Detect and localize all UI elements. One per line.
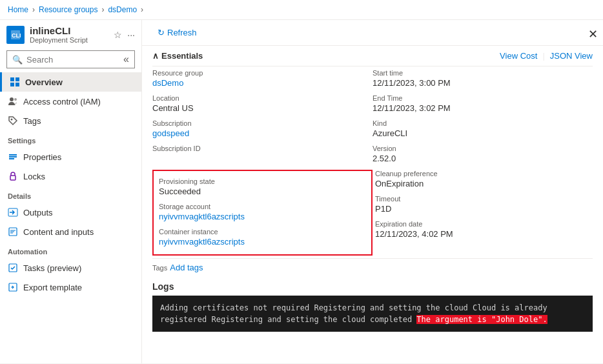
svg-rect-2 xyxy=(10,77,14,81)
essentials-storage-account: Storage account nyivvmvagktl6azscripts xyxy=(159,200,366,225)
logs-title: Logs xyxy=(152,276,593,296)
tasks-icon xyxy=(8,263,18,273)
sidebar-item-tasks[interactable]: Tasks (preview) xyxy=(0,258,141,278)
svg-rect-5 xyxy=(15,83,19,86)
view-cost-link[interactable]: View Cost xyxy=(500,51,537,61)
essentials-end-time: End Time 12/11/2023, 3:02 PM xyxy=(373,92,593,117)
breadcrumb: Home › Resource groups › dsDemo › xyxy=(0,0,603,20)
sidebar-item-access-label: Access control (IAM) xyxy=(23,97,101,106)
essentials-start-time: Start time 12/11/2023, 3:00 PM xyxy=(373,66,593,92)
subscription-link[interactable]: godspeed xyxy=(152,128,189,138)
essentials-storage-value: nyivvmvagktl6azscripts xyxy=(159,212,366,221)
sidebar-item-access-control[interactable]: Access control (IAM) xyxy=(0,92,141,111)
essentials-location: Location Central US xyxy=(152,92,373,117)
collapse-essentials-icon[interactable]: ∧ xyxy=(152,51,159,61)
content-icon xyxy=(8,227,18,237)
sidebar-search-container: 🔍 « xyxy=(0,46,141,72)
more-options-button[interactable]: ··· xyxy=(127,30,135,40)
resource-group-link[interactable]: dsDemo xyxy=(152,78,183,88)
main-content: ✕ ↻ Refresh ∧ Essentials View Cost | JSO… xyxy=(142,20,603,363)
search-icon: 🔍 xyxy=(12,55,23,65)
deployment-script-icon: CLI xyxy=(10,29,21,41)
essentials-version-value: 2.52.0 xyxy=(373,154,593,163)
essentials-version: Version 2.52.0 xyxy=(373,142,593,167)
essentials-expiration-label: Expiration date xyxy=(375,220,593,228)
essentials-storage-label: Storage account xyxy=(159,203,366,210)
sidebar-item-properties[interactable]: Properties xyxy=(0,147,141,167)
logs-section: Logs Adding certificates not required Re… xyxy=(142,276,603,342)
essentials-version-label: Version xyxy=(373,145,593,152)
essentials-start-time-label: Start time xyxy=(373,69,593,77)
refresh-label: Refresh xyxy=(167,28,197,37)
add-tags-link[interactable]: Add tags xyxy=(170,263,203,272)
logs-highlighted-text: The argument is "John Dole". xyxy=(416,315,547,324)
tags-row: Tags Add tags xyxy=(152,258,593,276)
essentials-container-instance: Container instance nyivvmvagktl6azscript… xyxy=(159,225,366,250)
svg-rect-10 xyxy=(9,156,17,157)
sidebar-item-tags[interactable]: Tags xyxy=(0,111,141,130)
sidebar-item-overview[interactable]: Overview xyxy=(0,72,141,92)
close-button[interactable]: ✕ xyxy=(588,27,598,41)
sidebar-item-overview-label: Overview xyxy=(25,77,63,87)
svg-point-6 xyxy=(10,97,14,101)
sidebar-item-outputs-label: Outputs xyxy=(23,208,53,217)
json-view-link[interactable]: JSON View xyxy=(550,51,593,61)
breadcrumb-home[interactable]: Home xyxy=(8,5,28,14)
essentials-kind-label: Kind xyxy=(373,119,593,127)
collapse-button[interactable]: « xyxy=(123,54,129,65)
essentials-location-label: Location xyxy=(152,94,373,102)
people-icon xyxy=(8,96,18,106)
lock-icon xyxy=(8,171,18,181)
logs-content: Adding certificates not required Registe… xyxy=(152,296,593,332)
essentials-cleanup-label: Cleanup preference xyxy=(375,170,593,177)
essentials-timeout-value: P1D xyxy=(375,204,593,214)
resource-title: inlineCLI xyxy=(30,25,108,36)
breadcrumb-resource-groups[interactable]: Resource groups xyxy=(39,5,97,14)
essentials-subscription-label: Subscription xyxy=(152,119,373,127)
resource-subtitle: Deployment Script xyxy=(30,36,108,44)
essentials-end-time-value: 12/11/2023, 3:02 PM xyxy=(373,103,593,113)
breadcrumb-sep-3: › xyxy=(141,5,143,14)
essentials-section: ∧ Essentials View Cost | JSON View Resou… xyxy=(142,46,603,276)
refresh-button[interactable]: ↻ Refresh xyxy=(152,25,202,40)
automation-section-header: Automation xyxy=(0,241,141,258)
sidebar: CLI inlineCLI Deployment Script ☆ ··· 🔍 … xyxy=(0,20,142,363)
search-input[interactable] xyxy=(26,55,117,65)
svg-rect-9 xyxy=(9,154,17,156)
sidebar-item-properties-label: Properties xyxy=(23,152,61,162)
essentials-expiration-value: 12/11/2023, 4:02 PM xyxy=(375,229,593,239)
storage-account-link[interactable]: nyivvmvagktl6azscripts xyxy=(159,212,245,221)
essentials-left: Resource group dsDemo Location Central U… xyxy=(152,66,373,167)
details-section-header: Details xyxy=(0,186,141,203)
essentials-subscription: Subscription godspeed xyxy=(152,117,373,142)
essentials-subscription-id-label: Subscription ID xyxy=(152,145,373,152)
container-instance-link[interactable]: nyivvmvagktl6azscripts xyxy=(159,237,245,247)
sidebar-item-export[interactable]: Export template xyxy=(0,278,141,297)
settings-section-header: Settings xyxy=(0,130,141,147)
svg-rect-3 xyxy=(15,77,19,81)
essentials-kind-value: AzureCLI xyxy=(373,128,593,138)
tags-label: Tags xyxy=(152,264,167,272)
sidebar-item-outputs[interactable]: Outputs xyxy=(0,203,141,222)
svg-point-7 xyxy=(14,98,17,101)
essentials-timeout-label: Timeout xyxy=(375,195,593,203)
essentials-sep: | xyxy=(542,51,544,61)
breadcrumb-sep-2: › xyxy=(101,5,104,14)
sidebar-item-content-inputs[interactable]: Content and inputs xyxy=(0,222,141,241)
essentials-start-time-value: 12/11/2023, 3:00 PM xyxy=(373,78,593,88)
breadcrumb-dsdemo[interactable]: dsDemo xyxy=(108,5,137,14)
sidebar-item-locks-label: Locks xyxy=(23,172,45,181)
svg-text:CLI: CLI xyxy=(12,32,21,39)
essentials-subscription-value: godspeed xyxy=(152,128,373,138)
essentials-header: ∧ Essentials View Cost | JSON View xyxy=(152,46,593,66)
essentials-title: ∧ Essentials xyxy=(152,51,203,61)
svg-point-8 xyxy=(11,119,13,121)
favorite-button[interactable]: ☆ xyxy=(114,30,122,40)
properties-icon xyxy=(8,152,18,162)
breadcrumb-sep-1: › xyxy=(32,5,35,14)
sidebar-item-export-label: Export template xyxy=(23,283,82,292)
toolbar: ↻ Refresh xyxy=(142,20,603,46)
sidebar-item-locks[interactable]: Locks xyxy=(0,167,141,186)
essentials-provisioning-value: Succeeded xyxy=(159,187,366,196)
sidebar-item-tags-label: Tags xyxy=(23,116,41,126)
